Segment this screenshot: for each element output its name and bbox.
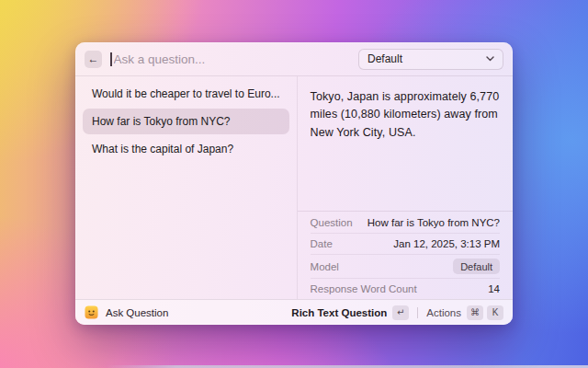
command-key-icon[interactable]: ⌘ bbox=[467, 305, 483, 320]
action-bar: Ask Question Rich Text Question ↵ Action… bbox=[75, 299, 513, 325]
metadata-label: Model bbox=[311, 261, 339, 272]
model-badge: Default bbox=[453, 259, 500, 274]
metadata-value: 14 bbox=[488, 283, 500, 294]
metadata-row-word-count: Response Word Count 14 bbox=[311, 278, 500, 299]
metadata-label: Question bbox=[311, 217, 353, 228]
detail-spacer bbox=[298, 154, 513, 211]
rich-text-question-action[interactable]: Rich Text Question bbox=[291, 307, 387, 318]
metadata-value: How far is Tokyo from NYC? bbox=[368, 217, 500, 228]
metadata-row-date: Date Jan 12, 2025, 3:13 PM bbox=[311, 233, 500, 254]
actions-menu-button[interactable]: Actions bbox=[426, 307, 461, 318]
question-list: Would it be cheaper to travel to Euro...… bbox=[75, 76, 298, 299]
content-area: Would it be cheaper to travel to Euro...… bbox=[75, 76, 513, 299]
model-dropdown[interactable]: Default bbox=[358, 49, 503, 70]
desktop-background: ← Default Would it be cheaper to travel … bbox=[0, 0, 588, 368]
model-dropdown-value: Default bbox=[368, 52, 402, 65]
text-cursor bbox=[110, 52, 112, 66]
footer-left: Ask Question bbox=[85, 305, 168, 319]
k-key-icon[interactable]: K bbox=[487, 305, 503, 320]
metadata-label: Date bbox=[311, 238, 333, 249]
list-item-tokyo-nyc-selected[interactable]: How far is Tokyo from NYC? bbox=[83, 109, 289, 134]
metadata-row-model: Model Default bbox=[311, 254, 500, 278]
metadata-value: Jan 12, 2025, 3:13 PM bbox=[393, 238, 500, 249]
app-label: Ask Question bbox=[106, 307, 168, 318]
list-item-travel-europe[interactable]: Would it be cheaper to travel to Euro... bbox=[83, 81, 289, 107]
answer-text: Tokyo, Japan is approximately 6,770 mile… bbox=[298, 76, 513, 154]
detail-panel: Tokyo, Japan is approximately 6,770 mile… bbox=[298, 76, 513, 299]
footer-divider bbox=[417, 307, 418, 318]
footer-right: Rich Text Question ↵ Actions ⌘ K bbox=[291, 305, 503, 320]
return-key-icon[interactable]: ↵ bbox=[392, 305, 409, 320]
topbar: ← Default bbox=[75, 42, 513, 76]
list-item-capital-japan[interactable]: What is the capital of Japan? bbox=[83, 136, 289, 162]
metadata-label: Response Word Count bbox=[311, 283, 417, 294]
metadata-section: Question How far is Tokyo from NYC? Date… bbox=[298, 211, 513, 299]
chevron-down-icon bbox=[486, 56, 494, 62]
question-input[interactable] bbox=[114, 52, 359, 66]
metadata-row-question: Question How far is Tokyo from NYC? bbox=[311, 212, 500, 233]
back-button[interactable]: ← bbox=[85, 51, 102, 68]
raycast-window: ← Default Would it be cheaper to travel … bbox=[75, 42, 513, 325]
back-arrow-icon: ← bbox=[88, 52, 99, 65]
ask-question-app-icon bbox=[85, 305, 98, 319]
